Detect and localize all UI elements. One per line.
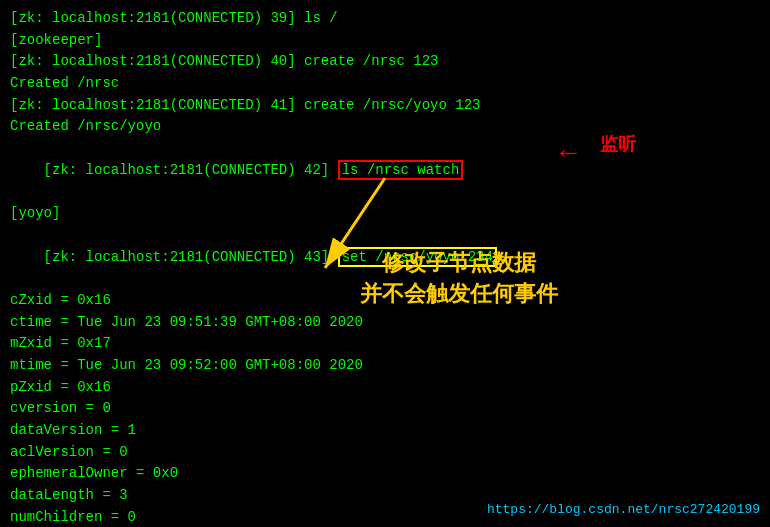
prompt-text: [zk: localhost:2181(CONNECTED) 42]: [44, 162, 338, 178]
prompt-text: [zk: localhost:2181(CONNECTED) 43]: [44, 249, 338, 265]
terminal-line: pZxid = 0x16: [10, 377, 760, 399]
url-link: https://blog.csdn.net/nrsc272420199: [487, 502, 760, 517]
terminal-line: Created /nrsc: [10, 73, 760, 95]
terminal-line: [zookeeper]: [10, 30, 760, 52]
terminal-line: dataVersion = 1: [10, 420, 760, 442]
terminal-line: [zk: localhost:2181(CONNECTED) 39] ls /: [10, 8, 760, 30]
terminal-line: ephemeralOwner = 0x0: [10, 463, 760, 485]
terminal-line: aclVersion = 0: [10, 442, 760, 464]
terminal-line: ctime = Tue Jun 23 09:51:39 GMT+08:00 20…: [10, 312, 760, 334]
chinese-annotation: 修改子节点数据 并不会触发任何事件: [360, 248, 558, 310]
terminal-line: [zk: localhost:2181(CONNECTED) 41] creat…: [10, 95, 760, 117]
jiantin-label: 监听: [600, 132, 636, 156]
terminal-line: cversion = 0: [10, 398, 760, 420]
terminal-line: [zk: localhost:2181(CONNECTED) 40] creat…: [10, 51, 760, 73]
terminal-line: mtime = Tue Jun 23 09:52:00 GMT+08:00 20…: [10, 355, 760, 377]
terminal-line: Created /nrsc/yoyo: [10, 116, 760, 138]
red-arrow-icon: ←: [560, 138, 577, 169]
terminal-line: mZxid = 0x17: [10, 333, 760, 355]
